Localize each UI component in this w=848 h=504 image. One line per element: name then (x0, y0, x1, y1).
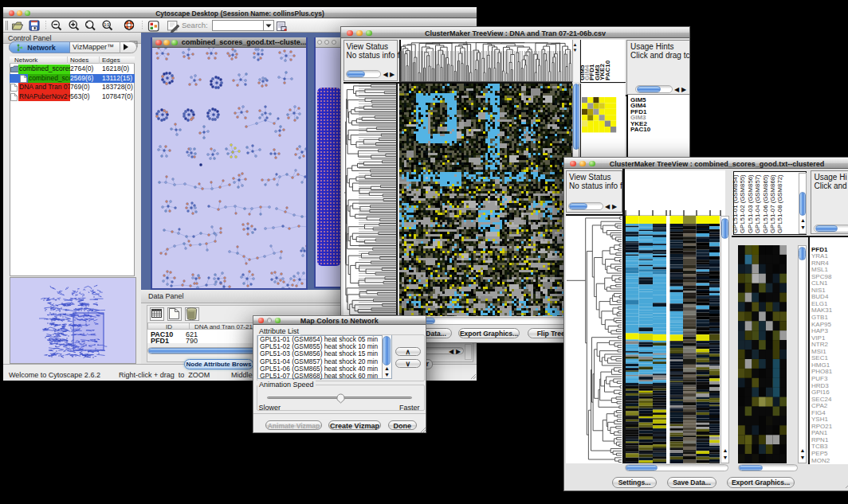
svg-text:GPL51-04 (GSM857): GPL51-04 (GSM857) (754, 174, 761, 232)
svg-text:1:1: 1:1 (104, 23, 109, 27)
svg-text:GPL51-01 (GSM854): GPL51-01 (GSM854) (732, 174, 739, 232)
svg-text:GPL51-03 (GSM856): GPL51-03 (GSM856) (747, 174, 754, 232)
svg-text:GPL51-07 (GSM868): GPL51-07 (GSM868) (769, 174, 776, 232)
svg-text:Search:: Search: (182, 21, 208, 29)
svg-text:GPL51-02 (GSM855): GPL51-02 (GSM855) (739, 174, 746, 232)
svg-text:GPL51-06 (GSM865): GPL51-06 (GSM865) (762, 174, 769, 232)
svg-text:GPL51-08 (GSM872): GPL51-08 (GSM872) (776, 174, 783, 232)
svg-text:PAC10: PAC10 (604, 60, 611, 80)
